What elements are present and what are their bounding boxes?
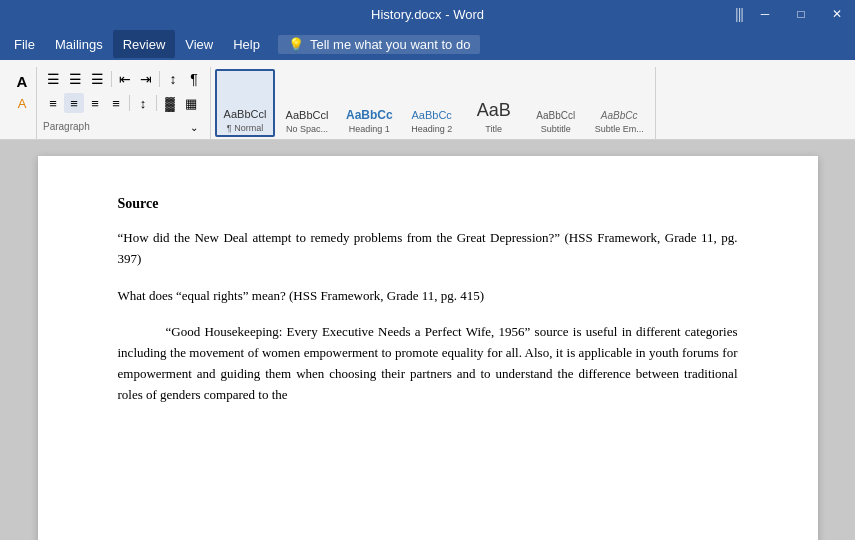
- style-heading1-label: Heading 1: [349, 124, 390, 134]
- ribbon: A A ☰ ☰ ☰ ⇤ ⇥ ↕ ¶ ≡ ≡ ≡ ≡ ↕ ▓: [0, 60, 855, 140]
- style-no-spacing[interactable]: AaBbCcl No Spac...: [277, 69, 337, 137]
- align-right-btn[interactable]: ≡: [85, 93, 105, 113]
- style-heading2-label: Heading 2: [411, 124, 452, 134]
- style-heading2[interactable]: AaBbCc Heading 2: [402, 69, 462, 137]
- close-button[interactable]: ✕: [819, 0, 855, 28]
- menu-help[interactable]: Help: [223, 30, 270, 58]
- paragraph-expand-btn[interactable]: ⌄: [184, 117, 204, 137]
- document-container[interactable]: Source “How did the New Deal attempt to …: [0, 140, 855, 540]
- font-size-group: A A: [8, 67, 37, 139]
- style-subtitle-preview: AaBbCcl: [533, 110, 579, 122]
- paragraph-group: ☰ ☰ ☰ ⇤ ⇥ ↕ ¶ ≡ ≡ ≡ ≡ ↕ ▓ ▦ Paragraph ⌄: [37, 67, 211, 139]
- borders-btn[interactable]: ▦: [181, 93, 201, 113]
- styles-list: AaBbCcl ¶ Normal AaBbCcl No Spac... AaBb…: [215, 69, 651, 139]
- paragraph-label: Paragraph: [43, 121, 90, 134]
- style-subtitle-label: Subtitle: [541, 124, 571, 134]
- window-controls: ||| ─ □ ✕: [735, 0, 855, 28]
- lightbulb-icon: 💡: [288, 37, 304, 52]
- menu-file[interactable]: File: [4, 30, 45, 58]
- minimize-button[interactable]: ─: [747, 0, 783, 28]
- paragraph-3-text: “Good Housekeeping: Every Executive Need…: [118, 324, 738, 401]
- document-title: History.docx - Word: [371, 7, 484, 22]
- style-title-preview: AaB: [471, 100, 517, 122]
- style-heading2-preview: AaBbCc: [409, 109, 455, 122]
- style-heading1-preview: AaBbCc: [346, 108, 393, 122]
- bullet-list-btn[interactable]: ☰: [43, 69, 64, 89]
- restore-button[interactable]: □: [783, 0, 819, 28]
- increase-indent-btn[interactable]: ⇥: [136, 69, 156, 89]
- menu-mailings[interactable]: Mailings: [45, 30, 113, 58]
- tell-me-label: Tell me what you want to do: [310, 37, 470, 52]
- align-center-btn[interactable]: ≡: [64, 93, 84, 113]
- style-subtle-em[interactable]: AaBbCc Subtle Em...: [588, 69, 651, 137]
- paragraph-2-text: What does “equal rights” mean? (HSS Fram…: [118, 288, 485, 303]
- tell-me-input[interactable]: 💡 Tell me what you want to do: [278, 35, 480, 54]
- styles-group: AaBbCcl ¶ Normal AaBbCcl No Spac... AaBb…: [211, 67, 656, 139]
- menu-bar: File Mailings Review View Help 💡 Tell me…: [0, 28, 855, 60]
- shading-btn[interactable]: ▓: [160, 93, 180, 113]
- paragraph-row1: ☰ ☰ ☰ ⇤ ⇥ ↕ ¶: [43, 69, 204, 89]
- font-size-btn[interactable]: A: [12, 71, 32, 91]
- style-normal-preview: AaBbCcl: [223, 108, 267, 121]
- sort-btn[interactable]: ↕: [163, 69, 183, 89]
- numbered-list-btn[interactable]: ☰: [65, 69, 86, 89]
- paragraph-1: “How did the New Deal attempt to remedy …: [118, 228, 738, 270]
- align-left-btn[interactable]: ≡: [43, 93, 63, 113]
- menu-view[interactable]: View: [175, 30, 223, 58]
- scroll-indicator: |||: [735, 6, 743, 22]
- decrease-indent-btn[interactable]: ⇤: [115, 69, 135, 89]
- source-heading: Source: [118, 196, 738, 212]
- style-normal[interactable]: AaBbCcl ¶ Normal: [215, 69, 275, 137]
- line-spacing-btn[interactable]: ↕: [133, 93, 153, 113]
- multilevel-list-btn[interactable]: ☰: [87, 69, 108, 89]
- font-highlight-btn[interactable]: A: [12, 93, 32, 113]
- style-subtle-em-preview: AaBbCc: [595, 110, 644, 122]
- title-bar: History.docx - Word ||| ─ □ ✕: [0, 0, 855, 28]
- paragraph-2: What does “equal rights” mean? (HSS Fram…: [118, 286, 738, 307]
- menu-review[interactable]: Review: [113, 30, 176, 58]
- style-subtitle[interactable]: AaBbCcl Subtitle: [526, 69, 586, 137]
- paragraph-3: “Good Housekeeping: Every Executive Need…: [118, 322, 738, 405]
- show-hide-btn[interactable]: ¶: [184, 69, 204, 89]
- paragraph-1-text: “How did the New Deal attempt to remedy …: [118, 230, 738, 266]
- style-no-spacing-label: No Spac...: [286, 124, 328, 134]
- style-heading1[interactable]: AaBbCc Heading 1: [339, 69, 400, 137]
- style-no-spacing-preview: AaBbCcl: [284, 109, 330, 122]
- justify-btn[interactable]: ≡: [106, 93, 126, 113]
- paragraph-row2: ≡ ≡ ≡ ≡ ↕ ▓ ▦: [43, 93, 204, 113]
- document-page: Source “How did the New Deal attempt to …: [38, 156, 818, 540]
- style-title[interactable]: AaB Title: [464, 69, 524, 137]
- style-subtle-em-label: Subtle Em...: [595, 124, 644, 134]
- style-title-label: Title: [485, 124, 502, 134]
- style-normal-label: ¶ Normal: [227, 123, 263, 133]
